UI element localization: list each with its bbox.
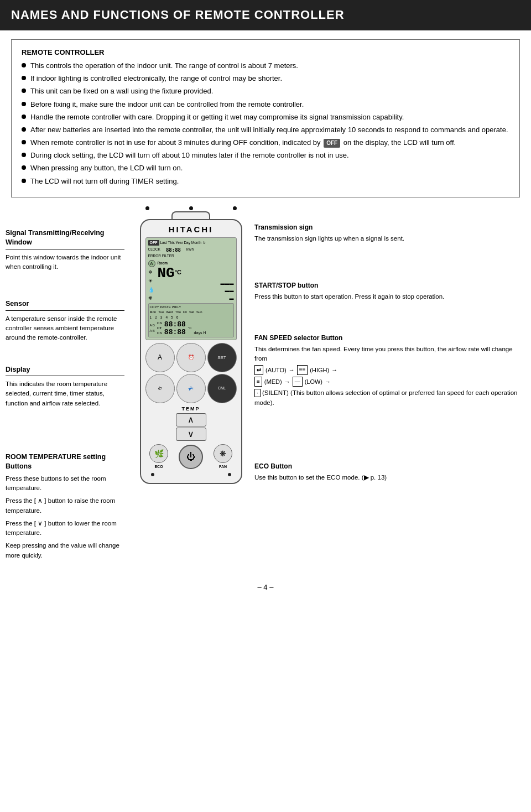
temp-up-button[interactable]: ∧	[176, 413, 206, 426]
temp-down-button[interactable]: ∨	[176, 428, 206, 441]
lcd-sched-days: Mon Tue Wed Thu Fri Sat Sun	[150, 310, 232, 314]
mode-button[interactable]: A	[145, 343, 175, 372]
eco-button-group[interactable]: 🌿 ECO	[149, 444, 168, 470]
lcd-fan-indicators: ▬▬▬ ▬▬ ▬	[158, 280, 234, 301]
room-temp-desc1: Press these buttons to set the room temp…	[6, 474, 124, 493]
fan-button-group[interactable]: ❋ FAN	[214, 444, 232, 470]
bullet-text: Handle the remote controller with care. …	[30, 112, 509, 122]
bottom-dots	[145, 470, 237, 476]
fan-speed-label: FAN SPEED selector Button This determine…	[254, 334, 525, 408]
lcd-clock-row: CLOCK 88:88 kWh	[148, 247, 234, 254]
lcd-fan-icon: ❋	[148, 295, 155, 302]
lcd-fan-bar-low: ▬	[230, 295, 234, 301]
bullet-item: Handle the remote controller with care. …	[22, 112, 509, 122]
bullet-text: Before fixing it, make sure the indoor u…	[30, 100, 509, 110]
fan-speed-title: FAN SPEED selector Button	[254, 334, 525, 343]
remote-column: HITACHI OFF Last This Year Day Month b C…	[133, 206, 249, 571]
lcd-a-icon: A	[148, 260, 155, 267]
fan-arrow-1: →	[289, 366, 295, 374]
lcd-sched-numbers: 1 2 3 4 5 6	[150, 315, 232, 320]
bullet-item: When pressing any button, the LCD will t…	[22, 163, 509, 173]
fan-arrow-4: →	[325, 378, 331, 386]
fan-speed-silent: · (SILENT) (This button allows selection…	[254, 388, 525, 408]
fan-speed-desc: This determines the fan speed. Every tim…	[254, 345, 525, 364]
eco-circle: 🌿	[149, 444, 168, 463]
bullet-text: After new batteries are inserted into th…	[30, 125, 509, 135]
fan-silent-icon: ·	[254, 389, 261, 397]
lcd-timer-units: °C	[188, 326, 192, 330]
remote-wrapper: HITACHI OFF Last This Year Day Month b C…	[133, 206, 249, 484]
intro-section-title: REMOTE CONTROLLER	[22, 48, 509, 58]
room-temp-desc4: Keep pressing and the value will change …	[6, 541, 124, 560]
bottom-dot-right	[228, 473, 231, 476]
lcd-main-area: A ❄ ☀ 💧 ❋ Room NG °C	[148, 260, 234, 301]
bullet-text: When pressing any button, the LCD will t…	[30, 163, 509, 173]
remote-body: HITACHI OFF Last This Year Day Month b C…	[140, 219, 242, 484]
start-stop-button[interactable]: ⏻	[179, 445, 203, 469]
fan-med-icon: ≡	[254, 377, 262, 387]
sensor-title: Sensor	[6, 299, 124, 309]
fan-auto-label: (AUTO)	[266, 366, 287, 374]
bullet-text: This controls the operation of the indoo…	[30, 61, 509, 71]
bullet-item: The LCD will not turn off during TIMER s…	[22, 176, 509, 186]
lcd-top-row: OFF Last This Year Day Month b	[148, 240, 234, 246]
eco-label: ECO	[154, 464, 163, 470]
transmission-label: Transmission sign The transmission sign …	[254, 223, 525, 243]
bullet-item: This controls the operation of the indoo…	[22, 61, 509, 71]
bullet-item: After new batteries are inserted into th…	[22, 125, 509, 135]
sleep-button[interactable]: 💤	[176, 374, 206, 403]
timer-button[interactable]: ⏱	[145, 374, 175, 403]
signal-window-line	[6, 249, 124, 249]
left-labels-column: Signal Transmitting/Receiving Window Poi…	[6, 206, 127, 571]
lcd-degree-c: °C	[175, 268, 181, 277]
lcd-off-label: OFF	[148, 240, 159, 246]
bullet-text: During clock setting, the LCD will turn …	[30, 150, 509, 160]
room-temp-title: ROOM TEMPERATURE setting Buttons	[6, 452, 124, 472]
lcd-error-row: ERROR FILTER	[148, 253, 234, 258]
display-title: Display	[6, 365, 124, 375]
diagram-section: Signal Transmitting/Receiving Window Poi…	[0, 206, 531, 571]
lcd-main-digits: NG	[158, 266, 175, 280]
temp-section: TEMP ∧ ∨	[145, 405, 237, 441]
bullet-dot	[22, 140, 26, 144]
bullet-dot	[22, 102, 26, 106]
sensor-desc: A temperature sensor inside the remote c…	[6, 314, 124, 343]
fan-label: FAN	[219, 464, 227, 470]
fan-speed-icons: ⇄ (AUTO) → ≡≡ (HIGH) →	[254, 365, 525, 375]
room-temp-desc3: Press the [ ∨ ] button to lower the room…	[6, 519, 124, 538]
lcd-ab-labels: A B A B	[150, 323, 155, 333]
bullet-item: If indoor lighting is controlled electro…	[22, 74, 509, 84]
clock-button[interactable]: ⏰	[176, 343, 206, 372]
eco-label-block: ECO Button Use this button to set the EC…	[254, 462, 525, 482]
bullet-item: Before fixing it, make sure the indoor u…	[22, 100, 509, 110]
bullet-dot	[22, 127, 26, 132]
top-indicator-dots	[140, 206, 242, 210]
lcd-drop-icon: 💧	[148, 287, 155, 294]
temp-label: TEMP	[181, 405, 200, 413]
display-label: Display This indicates the room temperat…	[6, 365, 124, 408]
lcd-snowflake-icon: ❄	[148, 269, 155, 276]
start-stop-title: START/STOP button	[254, 281, 525, 290]
bullet-dot	[22, 63, 26, 67]
set-button[interactable]: SET	[207, 343, 237, 372]
fan-low-icon: —	[293, 377, 303, 387]
fan-circle: ❋	[214, 444, 232, 463]
bullet-item: When remote controller is not in use for…	[22, 138, 509, 148]
fan-high-icon: ≡≡	[297, 365, 308, 375]
fan-speed-icons-row2: ≡ (MED) → — (LOW) →	[254, 377, 525, 387]
lcd-mode-column: A ❄ ☀ 💧 ❋	[148, 260, 155, 301]
bullet-text: The LCD will not turn off during TIMER s…	[30, 176, 509, 186]
transmission-title: Transmission sign	[254, 223, 525, 232]
signal-window-label: Signal Transmitting/Receiving Window Poi…	[6, 228, 124, 272]
transmission-desc: The transmission sign lights up when a s…	[254, 234, 525, 243]
off-badge: OFF	[324, 139, 340, 148]
lcd-sun-icon: ☀	[148, 278, 155, 285]
indicator-dot-left	[145, 206, 149, 210]
page-title: NAMES AND FUNCTIONS OF REMOTE CONTROLLER	[0, 0, 531, 30]
start-stop-desc: Press this button to start operation. Pr…	[254, 292, 525, 301]
lcd-days-h: days H	[194, 330, 206, 336]
page-number: – 4 –	[0, 582, 531, 592]
lcd-fan-bar-high: ▬▬▬	[221, 280, 234, 287]
room-temp-label: ROOM TEMPERATURE setting Buttons Press t…	[6, 452, 124, 560]
cancel-button[interactable]: CNL	[207, 374, 237, 403]
